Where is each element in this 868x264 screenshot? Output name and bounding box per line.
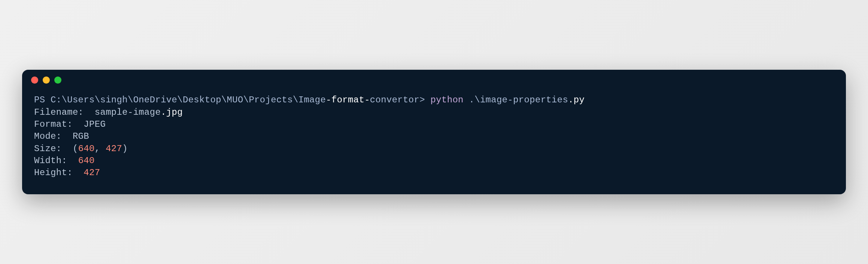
format-value: JPEG (84, 119, 106, 129)
mode-label: Mode: (34, 131, 73, 141)
height-value: 427 (84, 168, 100, 178)
close-icon[interactable] (31, 76, 38, 84)
maximize-icon[interactable] (54, 76, 61, 84)
command-arg-ext: .py (568, 95, 585, 105)
command-arg: .\image-properties (469, 95, 568, 105)
output-mode: Mode: RGB (34, 130, 834, 142)
terminal-content[interactable]: PS C:\Users\singh\OneDrive\Desktop\MUO\P… (22, 87, 846, 194)
output-format: Format: JPEG (34, 118, 834, 130)
command: python (431, 95, 469, 105)
filename-label: Filename: (34, 107, 95, 117)
output-size: Size: (640, 427) (34, 143, 834, 155)
filename-value: sample-image (95, 107, 161, 117)
width-value: 640 (78, 156, 95, 166)
height-label: Height: (34, 168, 84, 178)
format-label: Format: (34, 119, 84, 129)
width-label: Width: (34, 156, 78, 166)
filename-ext: .jpg (161, 107, 183, 117)
size-comma: , (95, 144, 106, 154)
path-suffix-1: -format- (326, 95, 370, 105)
size-open-paren: ( (73, 144, 78, 154)
size-label: Size: (34, 144, 73, 154)
size-width: 640 (78, 144, 95, 154)
prompt-line: PS C:\Users\singh\OneDrive\Desktop\MUO\P… (34, 94, 834, 106)
prompt-char: > (419, 95, 430, 105)
window-titlebar (22, 70, 846, 87)
prompt-path: C:\Users\singh\OneDrive\Desktop\MUO\Proj… (51, 95, 326, 105)
minimize-icon[interactable] (43, 76, 50, 84)
terminal-window: PS C:\Users\singh\OneDrive\Desktop\MUO\P… (22, 70, 846, 194)
ps-prefix: PS (34, 95, 51, 105)
mode-value: RGB (73, 131, 89, 141)
path-suffix-2: convertor (370, 95, 419, 105)
output-height: Height: 427 (34, 167, 834, 179)
output-filename: Filename: sample-image.jpg (34, 106, 834, 118)
output-width: Width: 640 (34, 155, 834, 167)
size-close-paren: ) (122, 144, 128, 154)
size-height: 427 (106, 144, 122, 154)
